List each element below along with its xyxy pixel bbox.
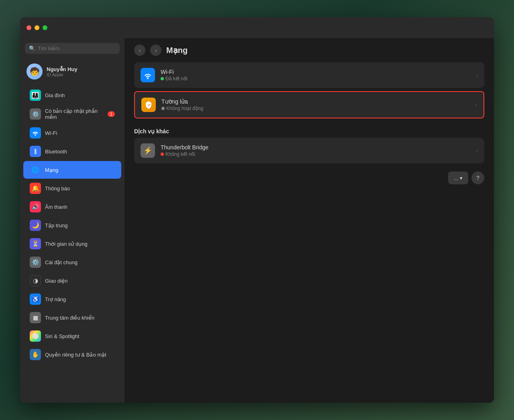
firewall-status-text: Không hoạt động (166, 106, 203, 111)
user-info: Nguyễn Huy ID Apple (47, 66, 78, 77)
thunderbolt-card: ⚡ Thunderbolt Bridge Không kết nối › (134, 138, 484, 163)
accessibility-sidebar-icon: ♿ (30, 294, 41, 305)
other-services-title: Dịch vụ khác (134, 122, 484, 138)
thunderbolt-title: Thunderbolt Bridge (161, 144, 470, 151)
system-preferences-window: 🔍 🧒 Nguyễn Huy ID Apple 👨‍👩‍👧 Gia đình ⚙… (20, 17, 494, 403)
firewall-highlighted-card: Tường lửa Không hoạt động › (134, 91, 484, 118)
wifi-card: Wi-Fi Đã kết nối › (134, 62, 484, 88)
bottom-actions: ... ▾ ? (134, 167, 484, 189)
maximize-button[interactable] (43, 25, 47, 30)
wifi-status: Đã kết nối (161, 76, 470, 82)
controlcenter-sidebar-icon: ▦ (30, 312, 41, 323)
thunderbolt-info: Thunderbolt Bridge Không kết nối (161, 144, 470, 157)
search-bar[interactable]: 🔍 (25, 43, 120, 54)
sidebar-item-wifi[interactable]: Wi-Fi (23, 124, 121, 142)
minimize-button[interactable] (35, 25, 39, 30)
dropdown-icon: ▾ (460, 175, 463, 181)
update-icon: ⚙️ (30, 108, 41, 120)
siri-label: Siri & Spotlight (45, 333, 79, 339)
firewall-info: Tường lửa Không hoạt động (161, 98, 469, 111)
firewall-title: Tường lửa (161, 98, 469, 105)
forward-button[interactable]: › (150, 45, 161, 56)
appearance-sidebar-icon: ◑ (30, 275, 41, 286)
thunderbolt-chevron: › (476, 147, 478, 154)
privacy-label: Quyền riêng tư & Bảo mật (45, 352, 106, 358)
main-header: ‹ › Mạng (124, 38, 494, 62)
sidebar-item-appearance[interactable]: ◑ Giao diện (23, 272, 121, 290)
general-label: Cài đặt chung (45, 259, 78, 265)
sound-sidebar-icon: 🔊 (30, 201, 41, 212)
thongbao-label: Thông báo (45, 186, 70, 192)
accessibility-label: Trợ năng (45, 296, 66, 302)
network-sidebar-icon: 🌐 (30, 164, 41, 175)
sidebar-item-screentime[interactable]: ⏳ Thời gian sử dụng (23, 235, 121, 253)
sidebar-item-update[interactable]: ⚙️ Có bản cập nhật phần mềm 1 (23, 105, 121, 123)
siri-sidebar-icon: ⚪ (30, 330, 41, 342)
sidebar-item-taptrung[interactable]: 🌙 Tập trung (23, 216, 121, 234)
more-label: ... (454, 175, 458, 181)
window-content: 🔍 🧒 Nguyễn Huy ID Apple 👨‍👩‍👧 Gia đình ⚙… (20, 38, 494, 403)
main-content: Wi-Fi Đã kết nối › (124, 62, 494, 403)
sidebar-item-thongbao[interactable]: 🔔 Thông báo (23, 179, 121, 197)
notifications-sidebar-icon: 🔔 (30, 183, 41, 194)
wifi-chevron: › (476, 72, 478, 78)
wifi-title: Wi-Fi (161, 69, 470, 75)
sidebar-item-privacy[interactable]: ✋ Quyền riêng tư & Bảo mật (23, 346, 121, 363)
thunderbolt-status-text: Không kết nối (165, 151, 195, 157)
sidebar-item-mang[interactable]: 🌐 Mạng (23, 161, 121, 179)
sidebar-item-controlcenter[interactable]: ▦ Trung tâm điều khiển (23, 309, 121, 326)
focus-sidebar-icon: 🌙 (30, 220, 41, 231)
sidebar: 🔍 🧒 Nguyễn Huy ID Apple 👨‍👩‍👧 Gia đình ⚙… (20, 38, 124, 403)
back-button[interactable]: ‹ (134, 45, 145, 56)
user-subtitle: ID Apple (47, 72, 78, 77)
main-panel: ‹ › Mạng Wi-Fi (124, 38, 494, 403)
user-profile[interactable]: 🧒 Nguyễn Huy ID Apple (20, 60, 124, 83)
sidebar-item-giadinh[interactable]: 👨‍👩‍👧 Gia đình (23, 86, 121, 104)
bluetooth-label: Bluetooth (45, 149, 67, 155)
avatar: 🧒 (27, 63, 43, 80)
sidebar-item-bluetooth[interactable]: ᛒ Bluetooth (23, 143, 121, 160)
bluetooth-sidebar-icon: ᛒ (30, 146, 41, 157)
help-button[interactable]: ? (471, 171, 484, 184)
firewall-row[interactable]: Tường lửa Không hoạt động › (135, 92, 483, 118)
firewall-status: Không hoạt động (161, 106, 469, 111)
user-name: Nguyễn Huy (47, 66, 78, 72)
family-icon: 👨‍👩‍👧 (30, 90, 41, 101)
close-button[interactable] (27, 25, 31, 30)
general-sidebar-icon: ⚙️ (30, 257, 41, 268)
screentime-label: Thời gian sử dụng (45, 241, 88, 247)
wifi-status-text: Đã kết nối (165, 76, 188, 82)
family-label: Gia đình (45, 92, 65, 98)
thunderbolt-status-dot (161, 153, 164, 156)
amthanh-label: Âm thanh (45, 204, 67, 210)
wifi-icon (141, 68, 155, 82)
sidebar-item-siri[interactable]: ⚪ Siri & Spotlight (23, 327, 121, 345)
help-label: ? (476, 175, 479, 181)
update-label: Có bản cập nhật phần mềm (45, 108, 104, 120)
wifi-info: Wi-Fi Đã kết nối (161, 69, 470, 82)
wifi-status-dot (161, 77, 164, 80)
privacy-sidebar-icon: ✋ (30, 349, 41, 360)
wifi-sidebar-icon (30, 127, 41, 139)
screentime-sidebar-icon: ⏳ (30, 238, 41, 249)
sidebar-item-amthanh[interactable]: 🔊 Âm thanh (23, 198, 121, 216)
thunderbolt-status: Không kết nối (161, 151, 470, 157)
firewall-status-dot (161, 107, 165, 110)
wifi-label: Wi-Fi (45, 130, 57, 136)
taptrung-label: Tập trung (45, 222, 67, 228)
mang-label: Mạng (45, 167, 58, 173)
titlebar (20, 17, 494, 38)
wifi-row[interactable]: Wi-Fi Đã kết nối › (134, 62, 484, 88)
page-title: Mạng (166, 45, 188, 55)
search-input[interactable] (38, 45, 116, 51)
thunderbolt-icon: ⚡ (141, 143, 155, 158)
more-button[interactable]: ... ▾ (448, 171, 468, 184)
search-icon: 🔍 (29, 45, 35, 51)
sidebar-item-accessibility[interactable]: ♿ Trợ năng (23, 290, 121, 308)
update-badge: 1 (108, 111, 115, 117)
firewall-icon (141, 98, 156, 112)
controlcenter-label: Trung tâm điều khiển (45, 315, 94, 321)
sidebar-item-general[interactable]: ⚙️ Cài đặt chung (23, 253, 121, 271)
thunderbolt-row[interactable]: ⚡ Thunderbolt Bridge Không kết nối › (134, 138, 484, 163)
firewall-chevron: › (475, 102, 477, 108)
